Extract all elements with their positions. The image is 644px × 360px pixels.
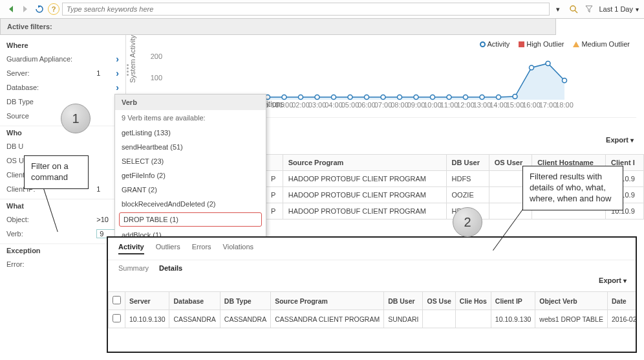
column-header: Object Verb [535, 292, 608, 310]
svg-text:08:00: 08:00 [391, 101, 409, 109]
tab-errors[interactable]: Errors [192, 243, 211, 254]
svg-point-25 [497, 95, 501, 100]
chevron-down-icon: ▾ [636, 6, 639, 13]
svg-point-13 [299, 95, 303, 100]
column-header: Date [607, 292, 636, 310]
magnifier-icon[interactable] [568, 3, 579, 15]
column-header: DB User [384, 292, 423, 310]
svg-point-23 [464, 95, 468, 100]
svg-marker-1 [23, 6, 27, 12]
filter-dbuser[interactable]: DB U› [0, 139, 125, 153]
svg-point-17 [365, 95, 369, 100]
filter-guardium[interactable]: Guardium Appliance:› [0, 52, 125, 66]
time-range-label: Last 1 Day [599, 5, 633, 13]
refresh-button[interactable] [34, 3, 45, 15]
svg-text:03:00: 03:00 [308, 101, 327, 109]
svg-point-28 [546, 61, 550, 65]
svg-point-22 [447, 95, 451, 100]
row-checkbox[interactable] [113, 314, 121, 322]
svg-text:18:00: 18:00 [555, 101, 574, 109]
svg-point-29 [563, 78, 567, 83]
svg-text:14:00: 14:00 [489, 101, 508, 109]
bg-tabs-trail: itions [266, 100, 284, 109]
svg-text:07:00: 07:00 [374, 101, 392, 109]
high-outlier-icon [519, 41, 524, 47]
svg-text:09:00: 09:00 [407, 101, 425, 109]
export-link[interactable]: Export ▾ [606, 136, 634, 144]
section-who: Who [0, 126, 125, 139]
chart-legend: Activity High Outlier Medium Outlier [480, 40, 630, 48]
table-row[interactable]: 10.10.9.130CASSANDRACASSANDRACASSANDRA C… [109, 310, 636, 328]
verb-popup-header: Verb [115, 95, 266, 110]
tab-violations[interactable]: Violations [223, 243, 254, 254]
filter-dbtype[interactable]: DB Type› [0, 95, 125, 109]
tab-outliers[interactable]: Outliers [156, 243, 180, 254]
svg-line-4 [575, 10, 577, 13]
activity-marker-icon [480, 41, 486, 47]
export-link-lower[interactable]: Export ▾ [599, 276, 627, 284]
column-header: Database [169, 292, 220, 310]
column-header: DB Type [220, 292, 270, 310]
verb-option[interactable]: DROP TABLE (1) [119, 212, 262, 227]
chevron-down-icon: ▾ [623, 277, 627, 284]
svg-point-24 [480, 95, 484, 100]
verb-option[interactable]: SELECT (23) [115, 154, 266, 168]
tab-activity[interactable]: Activity [118, 243, 144, 254]
callout-filter: Filter on a command [24, 155, 89, 189]
chevron-right-icon: › [116, 82, 119, 93]
column-header: Source Program [283, 155, 446, 171]
chevron-down-icon: ▾ [630, 137, 634, 144]
svg-text:17:00: 17:00 [539, 101, 557, 109]
verb-option[interactable]: getListing (133) [115, 126, 266, 140]
svg-point-21 [431, 95, 435, 100]
subtab-summary[interactable]: Summary [118, 264, 149, 272]
verb-option[interactable]: getFileInfo (2) [115, 168, 266, 183]
svg-text:15:00: 15:00 [506, 101, 524, 109]
filter-database[interactable]: Database:› [0, 80, 125, 95]
active-filters-bar: Active filters: [0, 19, 556, 35]
search-input[interactable] [62, 3, 550, 16]
svg-point-3 [570, 6, 575, 11]
help-icon[interactable]: ? [48, 3, 59, 15]
svg-text:02:00: 02:00 [292, 101, 310, 109]
column-header: Client IP [491, 292, 535, 310]
forward-button[interactable] [19, 3, 31, 15]
svg-text:11:00: 11:00 [440, 101, 458, 109]
result-tabs: ActivityOutliersErrorsViolations [108, 238, 636, 260]
back-button[interactable] [5, 3, 17, 15]
annotation-badge-1: 1 [61, 104, 91, 133]
svg-point-15 [332, 95, 336, 100]
column-header: Server [125, 292, 169, 310]
filtered-results-panel: ActivityOutliersErrorsViolations Summary… [107, 236, 637, 353]
time-range-picker[interactable]: Last 1 Day ▾ [599, 5, 639, 13]
svg-point-26 [513, 95, 517, 99]
filter-object[interactable]: Object:>10› [0, 212, 125, 227]
callout-results: Filtered results with details of who, wh… [522, 166, 623, 210]
svg-point-27 [530, 65, 534, 70]
svg-text:10:00: 10:00 [424, 101, 442, 109]
top-toolbar: ? ▾ Last 1 Day ▾ [0, 0, 644, 19]
svg-point-18 [381, 95, 385, 100]
chevron-right-icon: › [116, 54, 119, 64]
column-header: DB User [446, 155, 489, 171]
verb-option[interactable]: GRANT (2) [115, 183, 266, 197]
column-header: Source Program [271, 292, 384, 310]
annotation-badge-2: 2 [453, 207, 482, 237]
details-table: ServerDatabaseDB TypeSource ProgramDB Us… [108, 291, 636, 328]
filter-clear-icon[interactable] [583, 3, 595, 15]
verb-option[interactable]: sendHeartbeat (51) [115, 140, 266, 154]
search-dropdown[interactable]: ▾ [552, 3, 564, 15]
y-axis-label: System Activity [129, 35, 136, 83]
svg-text:100: 100 [151, 74, 162, 82]
verb-option[interactable]: blockReceivedAndDeleted (2) [115, 197, 266, 211]
result-subtabs: SummaryDetails [108, 260, 636, 276]
select-all-checkbox[interactable] [113, 296, 121, 304]
svg-point-20 [414, 95, 418, 100]
svg-text:16:00: 16:00 [522, 101, 541, 109]
column-header [266, 155, 283, 171]
subtab-details[interactable]: Details [159, 264, 182, 272]
column-header [109, 292, 125, 310]
svg-point-12 [282, 95, 286, 100]
verb-dropdown-panel: Verb 9 Verb items are available: getList… [114, 94, 266, 243]
filter-server[interactable]: Server:1› [0, 66, 125, 80]
